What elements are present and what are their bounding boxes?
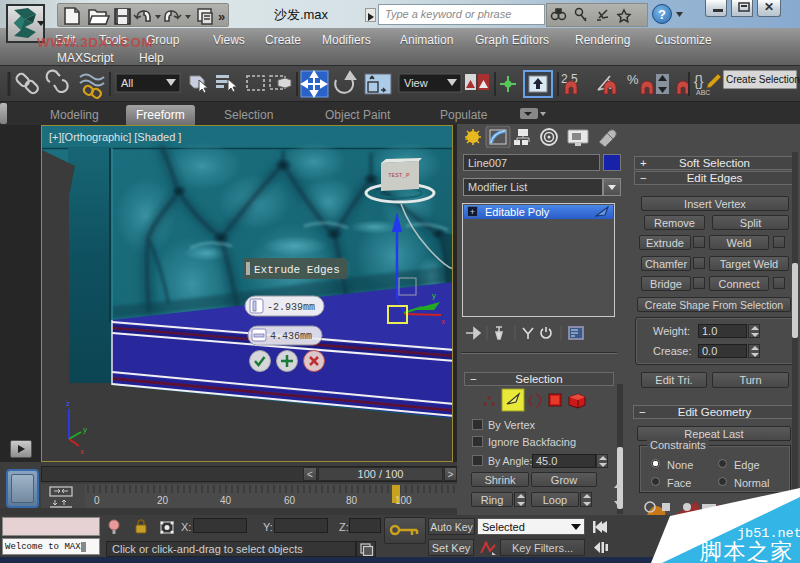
svg-text:60: 60 [284, 495, 296, 506]
svg-text:TEST_P: TEST_P [388, 172, 410, 179]
svg-text:20: 20 [157, 495, 169, 506]
svg-text:100: 100 [395, 495, 412, 506]
svg-text:4.436mm: 4.436mm [270, 331, 312, 342]
svg-text:y: y [432, 291, 436, 300]
svg-text:-2.939mm: -2.939mm [267, 302, 315, 313]
svg-text:{}: {} [694, 73, 704, 89]
svg-text:[+][Orthographic] [Shaded ]: [+][Orthographic] [Shaded ] [49, 131, 181, 143]
svg-text:View: View [404, 77, 428, 89]
svg-text:»: » [218, 9, 225, 24]
svg-text:z: z [66, 399, 70, 408]
svg-text:%: % [627, 72, 639, 87]
svg-text:Extrude Edges: Extrude Edges [254, 264, 340, 276]
svg-text:80: 80 [346, 495, 358, 506]
svg-text:40: 40 [220, 495, 232, 506]
svg-text:x: x [80, 447, 84, 456]
svg-text:0: 0 [94, 495, 100, 506]
svg-text:Create Selection: Create Selection [726, 74, 800, 85]
svg-text:y: y [83, 425, 87, 434]
svg-text:x: x [441, 317, 445, 326]
svg-text:ABC: ABC [696, 89, 710, 96]
svg-text:All: All [121, 77, 133, 89]
